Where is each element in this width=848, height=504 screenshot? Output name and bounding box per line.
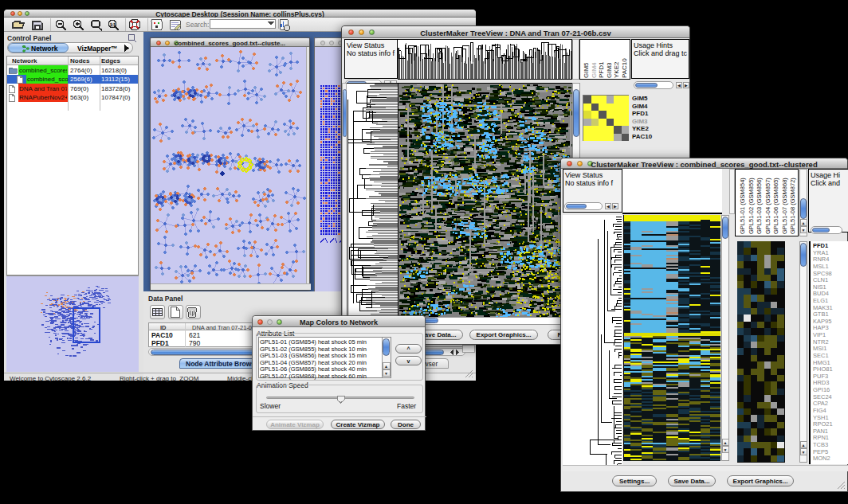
svg-text:1:1: 1:1	[110, 22, 116, 27]
